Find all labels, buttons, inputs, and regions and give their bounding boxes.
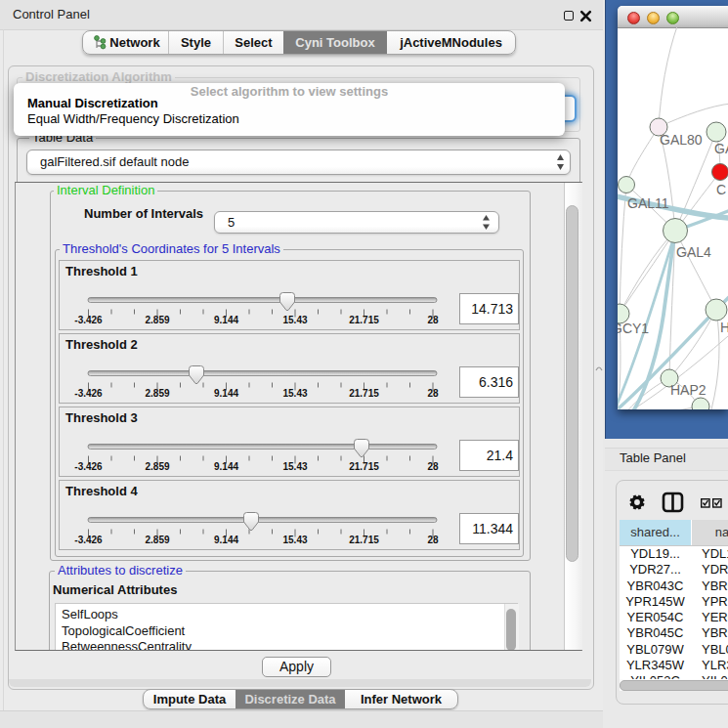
svg-text:GCY1: GCY1	[618, 321, 649, 336]
svg-text:-3.426: -3.426	[74, 388, 103, 399]
svg-text:28: 28	[427, 315, 439, 325]
svg-text:-3.426: -3.426	[74, 535, 103, 545]
svg-text:2.859: 2.859	[145, 461, 169, 472]
svg-text:15.43: 15.43	[282, 315, 307, 325]
svg-text:HI: HI	[720, 320, 728, 335]
svg-text:15.43: 15.43	[282, 535, 307, 545]
svg-text:C: C	[716, 182, 726, 197]
svg-text:2.859: 2.859	[145, 315, 169, 325]
svg-text:21.715: 21.715	[349, 535, 379, 545]
svg-text:28: 28	[427, 461, 439, 472]
svg-text:21.715: 21.715	[349, 315, 379, 325]
svg-text:GAL80: GAL80	[660, 132, 703, 148]
svg-text:Threshold 1: Threshold 1	[65, 264, 138, 278]
svg-text:-3.426: -3.426	[74, 315, 103, 325]
svg-text:21.715: 21.715	[349, 461, 379, 472]
svg-text:GAL4: GAL4	[676, 244, 711, 260]
svg-text:Threshold 2: Threshold 2	[65, 337, 138, 352]
svg-text:HAP2: HAP2	[670, 382, 707, 398]
svg-text:Threshold 4: Threshold 4	[65, 484, 138, 498]
svg-text:2.859: 2.859	[145, 535, 169, 545]
svg-text:GA: GA	[714, 141, 728, 156]
svg-text:21.715: 21.715	[349, 388, 379, 399]
svg-text:9.144: 9.144	[214, 315, 238, 325]
svg-text:9.144: 9.144	[214, 461, 238, 472]
svg-text:9.144: 9.144	[214, 535, 238, 545]
svg-text:15.43: 15.43	[282, 461, 307, 472]
svg-text:GAL11: GAL11	[627, 195, 669, 211]
svg-text:28: 28	[427, 535, 439, 545]
svg-text:9.144: 9.144	[214, 388, 238, 399]
svg-text:2.859: 2.859	[145, 388, 169, 399]
svg-text:15.43: 15.43	[282, 388, 307, 399]
svg-text:28: 28	[427, 388, 439, 399]
svg-text:Threshold 3: Threshold 3	[65, 410, 138, 425]
svg-text:-3.426: -3.426	[74, 461, 103, 472]
